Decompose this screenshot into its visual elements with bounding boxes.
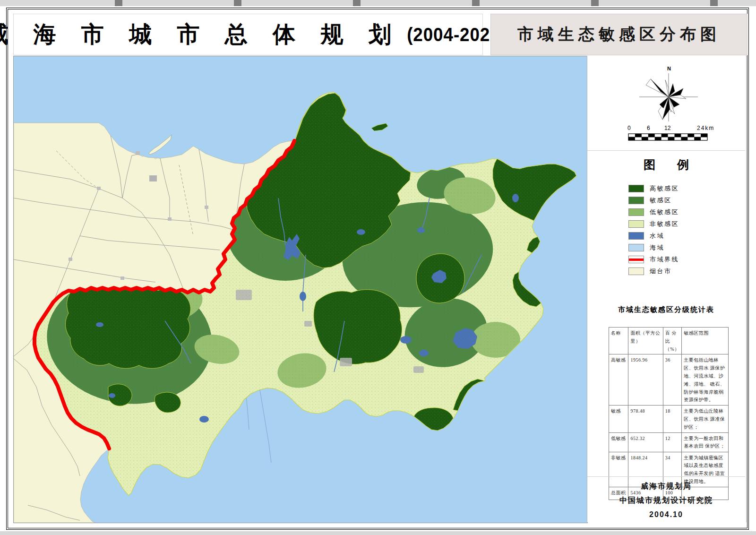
svg-text:12: 12 [664,125,671,131]
legend-swatch [628,220,644,228]
legend-item-yantai: 烟台市 [628,265,672,277]
scan-edge-strip [0,0,756,6]
legend-swatch [628,232,644,240]
legend-item-low-sensitive: 低敏感区 [628,206,679,218]
scan-edge-strip-bottom [0,531,756,535]
credit-date: 2004.10 [587,508,746,522]
table-row: 敏感978.48 18主要为低山丘陵林区、饮用水 源准保护区； [609,406,729,432]
scan-tick [472,0,480,6]
legend-item-sensitive: 敏感区 [628,194,672,206]
table-row: 高敏感1956.96 36主要包括山地林区、饮用水 源保护地、河流水域、沙滩、湿… [609,354,729,406]
table-header-row: 名称 面积（平方公里） 百 分 比 （%） 敏感区范围 [609,328,729,354]
svg-text:6: 6 [647,125,650,131]
col-header-name: 名称 [609,328,628,354]
map-subtitle-text: 市域生态敏感区分布图 [517,24,721,45]
legend-item-sea: 海域 [628,242,664,253]
map-subtitle-cell: 市域生态敏感区分布图 [490,14,747,55]
table-row: 低敏感652.32 12主要为一般农田和基本农田 保护区； [609,432,729,452]
north-label: N [667,66,671,71]
credit-agency: 威海市规划局 [587,479,746,493]
wind-rose: N [639,66,698,121]
col-header-area: 面积（平方公里） [628,328,663,354]
page-title-text: 威 海 市 城 市 总 体 规 划 [0,19,401,50]
col-header-percent: 百 分 比 （%） [663,328,681,354]
svg-text:24km: 24km [697,125,714,131]
col-header-scope: 敏感区范围 [682,328,729,354]
legend-swatch-boundary-line [628,256,644,263]
sidebar-divider-2 [587,476,745,477]
compass-and-scale: N 0 6 12 24km [591,59,742,147]
legend-item-high-sensitive: 高敏感区 [628,182,679,194]
scan-tick [115,0,122,6]
legend-item-non-sensitive: 非敏感区 [628,218,679,230]
legend-item-water: 水域 [628,230,664,242]
stat-table-title: 市域生态敏感区分级统计表 [587,305,746,314]
scale-bar: 0 6 12 24km [627,125,714,140]
stat-table: 名称 面积（平方公里） 百 分 比 （%） 敏感区范围 高敏感1956.96 3… [609,327,729,500]
credit-institute: 中国城市规划设计研究院 [587,493,746,508]
scan-tick [353,0,361,6]
legend-swatch [628,268,644,275]
legend-swatch [628,197,644,204]
scan-tick [591,0,599,6]
legend-swatch [628,185,644,192]
legend-swatch [628,208,644,216]
legend-item-boundary: 市域界线 [628,253,679,265]
legend-swatch [628,244,644,251]
main-map [13,56,588,523]
scan-tick [234,0,241,6]
sidebar-divider-1 [587,150,745,151]
legend-title: 图例 [587,157,746,173]
credits-block: 威海市规划局 中国城市规划设计研究院 2004.10 [587,479,746,522]
scan-tick [710,0,718,6]
page-title: 威 海 市 城 市 总 体 规 划 (2004-2020) [13,14,483,55]
svg-text:0: 0 [627,125,631,131]
